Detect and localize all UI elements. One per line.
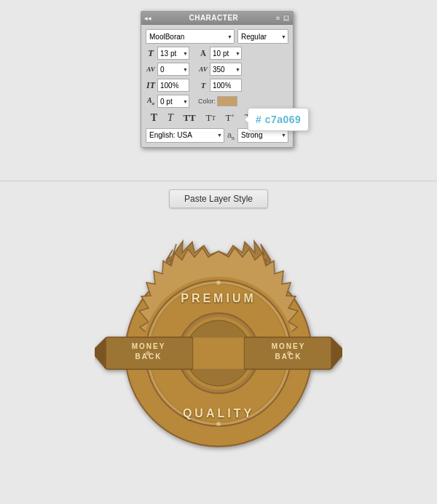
- tracking-select[interactable]: 0: [157, 63, 189, 76]
- panel-title-left-controls: ◂◂: [144, 15, 151, 22]
- size-leading-row: T 13 pt ▼ Ā 10 pt ▼: [146, 47, 288, 60]
- badge-container: PREMIUM QUALITY MONEY BACK MONEY BACK: [95, 218, 342, 488]
- tracking-icon: AV: [146, 66, 156, 73]
- baseline-icon: Aa: [146, 96, 156, 106]
- vert-scale-input[interactable]: [157, 79, 189, 92]
- vert-scale-group: IT: [146, 79, 189, 92]
- leading-group: Ā 10 pt ▼: [198, 47, 242, 60]
- tracking-group: AV 0 ▼: [146, 63, 189, 76]
- superscript-btn[interactable]: T+: [224, 111, 236, 125]
- svg-point-31: [146, 351, 150, 355]
- svg-point-29: [216, 280, 221, 285]
- size-group: T 13 pt ▼: [146, 47, 189, 60]
- font-style-wrapper: Regular ▼: [237, 29, 288, 44]
- badge-svg: PREMIUM QUALITY MONEY BACK MONEY BACK: [95, 218, 342, 488]
- font-size-icon: T: [146, 47, 156, 59]
- scale-row: IT T: [146, 79, 288, 92]
- svg-point-32: [287, 351, 291, 355]
- svg-marker-19: [95, 337, 106, 369]
- color-label: Color:: [198, 98, 216, 105]
- color-group: Color:: [198, 96, 237, 106]
- separator: [0, 181, 437, 181]
- panel-close-btn[interactable]: ×: [283, 15, 290, 22]
- size-input-wrapper: 13 pt ▼: [157, 47, 189, 60]
- kerning-select[interactable]: 350: [210, 63, 242, 76]
- color-tooltip-text: # c7a069: [256, 114, 301, 125]
- leading-select[interactable]: 10 pt: [210, 47, 242, 60]
- smallcaps-btn[interactable]: TT: [204, 111, 216, 125]
- horiz-scale-wrapper: [210, 79, 242, 92]
- font-size-select[interactable]: 13 pt: [157, 47, 189, 60]
- font-family-select[interactable]: MoolBoran: [146, 29, 235, 44]
- panel-menu-btn[interactable]: ≡: [276, 15, 280, 22]
- language-select[interactable]: English: USA: [146, 128, 224, 143]
- vert-scale-wrapper: [157, 79, 189, 92]
- baseline-group: Aa 0 pt ▼: [146, 95, 189, 108]
- horiz-scale-icon: T: [198, 81, 208, 90]
- italic-btn[interactable]: T: [166, 111, 175, 125]
- baseline-wrapper: 0 pt ▼: [157, 95, 189, 108]
- vert-scale-icon: IT: [146, 80, 156, 91]
- panel-title: CHARACTER: [189, 14, 238, 22]
- svg-marker-21: [331, 337, 342, 369]
- svg-text:MONEY: MONEY: [272, 342, 306, 350]
- color-tooltip: # c7a069: [248, 108, 309, 131]
- svg-text:MONEY: MONEY: [132, 342, 166, 350]
- font-row: MoolBoran ▼ Regular ▼: [146, 29, 288, 44]
- paste-layer-style-button[interactable]: Paste Layer Style: [169, 189, 268, 208]
- leading-input-wrapper: 10 pt ▼: [210, 47, 242, 60]
- color-swatch[interactable]: [217, 96, 237, 106]
- font-family-wrapper: MoolBoran ▼: [146, 29, 235, 44]
- tracking-kerning-row: AV 0 ▼ AV 350 ▼: [146, 63, 288, 76]
- bold-btn[interactable]: T: [149, 111, 159, 125]
- horiz-scale-group: T: [198, 79, 242, 92]
- baseline-select[interactable]: 0 pt: [157, 95, 189, 108]
- kerning-input-wrapper: 350 ▼: [210, 63, 242, 76]
- font-style-select[interactable]: Regular: [237, 29, 288, 44]
- language-wrapper: English: USA ▼: [146, 128, 224, 143]
- paste-btn-container: Paste Layer Style: [0, 189, 437, 208]
- svg-text:PREMIUM: PREMIUM: [181, 292, 256, 304]
- baseline-color-row: Aa 0 pt ▼ Color:: [146, 95, 288, 108]
- svg-rect-22: [193, 337, 244, 369]
- svg-text:QUALITY: QUALITY: [183, 407, 254, 420]
- allcaps-btn[interactable]: TT: [181, 111, 197, 125]
- antialias-icon: aa: [227, 130, 235, 141]
- svg-point-30: [216, 422, 221, 426]
- kerning-group: AV 350 ▼: [198, 63, 242, 76]
- kerning-icon: AV: [198, 66, 208, 73]
- tracking-input-wrapper: 0 ▼: [157, 63, 189, 76]
- horiz-scale-input[interactable]: [210, 79, 242, 92]
- leading-icon: Ā: [198, 49, 208, 58]
- panel-titlebar: ◂◂ CHARACTER ≡ ×: [141, 12, 293, 25]
- panel-collapse-btn[interactable]: ◂◂: [144, 15, 151, 22]
